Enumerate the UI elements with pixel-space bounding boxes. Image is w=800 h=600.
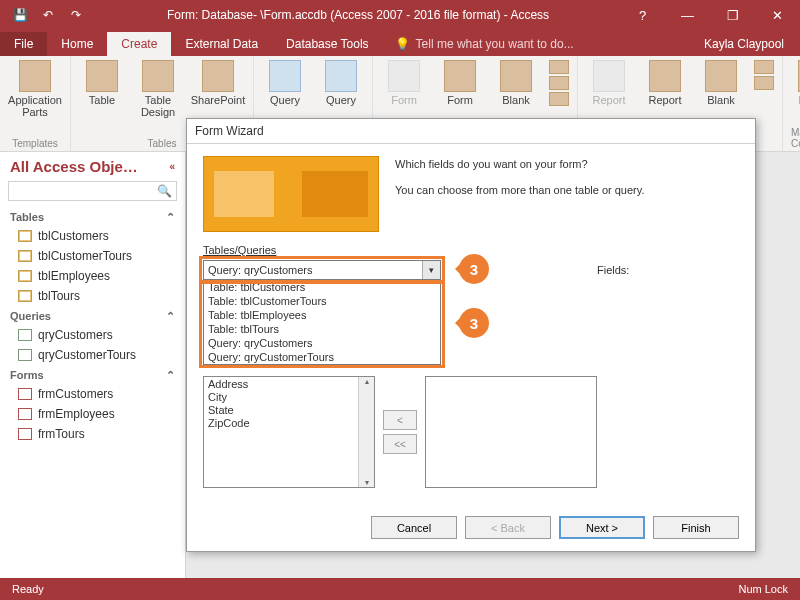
nav-item-frmemployees[interactable]: frmEmployees — [0, 404, 185, 424]
move-left-button[interactable]: < — [383, 410, 417, 430]
help-button[interactable]: ? — [620, 0, 665, 30]
group-label-tables: Tables — [148, 138, 177, 149]
query-wizard-icon — [269, 60, 301, 92]
title-bar: 💾 ↶ ↷ Form: Database- \Form.accdb (Acces… — [0, 0, 800, 30]
save-icon[interactable]: 💾 — [6, 3, 34, 27]
dropdown-item[interactable]: Table: tblCustomerTours — [204, 294, 440, 308]
nav-group-tables[interactable]: Tables⌃ — [0, 207, 185, 226]
dropdown-item[interactable]: Table: tblCustomers — [204, 280, 440, 294]
blank-form-button[interactable]: Blank — [493, 60, 539, 106]
query-design-button[interactable]: Query — [318, 60, 364, 106]
tab-create[interactable]: Create — [107, 32, 171, 56]
form-icon — [388, 60, 420, 92]
table-icon — [18, 250, 32, 262]
table-design-button[interactable]: Table Design — [135, 60, 181, 118]
user-name[interactable]: Kayla Claypool — [688, 32, 800, 56]
sharepoint-label: SharePoint — [191, 94, 245, 106]
nav-item-label: frmTours — [38, 427, 85, 441]
move-all-left-button[interactable]: << — [383, 434, 417, 454]
report-design-icon — [649, 60, 681, 92]
list-item[interactable]: Address — [206, 378, 372, 391]
nav-item-tblcustomers[interactable]: tblCustomers — [0, 226, 185, 246]
form-icon — [18, 408, 32, 420]
back-button[interactable]: < Back — [465, 516, 551, 539]
blank-report-icon — [705, 60, 737, 92]
list-item[interactable]: City — [206, 391, 372, 404]
application-parts-button[interactable]: Application Parts — [8, 60, 62, 118]
scrollbar[interactable]: ▴▾ — [358, 377, 374, 487]
nav-item-tblcustomertours[interactable]: tblCustomerTours — [0, 246, 185, 266]
table-button[interactable]: Table — [79, 60, 125, 106]
undo-icon[interactable]: ↶ — [34, 3, 62, 27]
tables-queries-combo[interactable]: Query: qryCustomers ▾ Table: tblCustomer… — [203, 260, 441, 280]
status-right: Num Lock — [738, 583, 788, 595]
report-more-stack[interactable] — [754, 60, 774, 90]
nav-item-qrycustomertours[interactable]: qryCustomerTours — [0, 345, 185, 365]
tab-home[interactable]: Home — [47, 32, 107, 56]
form-design-button[interactable]: Form — [437, 60, 483, 106]
available-fields-list[interactable]: Address City State ZipCode ▴▾ — [203, 376, 375, 488]
close-button[interactable]: ✕ — [755, 0, 800, 30]
minimize-button[interactable]: — — [665, 0, 710, 30]
chevron-left-icon[interactable]: « — [169, 161, 175, 172]
blank-report-button[interactable]: Blank — [698, 60, 744, 106]
next-button[interactable]: Next > — [559, 516, 645, 539]
form-icon — [18, 428, 32, 440]
table-icon — [18, 290, 32, 302]
group-label-macros: Macros & Code — [791, 127, 800, 149]
search-icon: 🔍 — [157, 184, 172, 198]
dropdown-item[interactable]: Query: qryCustomerTours — [204, 350, 440, 364]
sharepoint-lists-button[interactable]: SharePoint — [191, 60, 245, 106]
nav-search[interactable]: 🔍 — [8, 181, 177, 201]
query-wizard-button[interactable]: Query — [262, 60, 308, 106]
redo-icon[interactable]: ↷ — [62, 3, 90, 27]
callout-bubble-2: 3 — [459, 308, 489, 338]
dropdown-item[interactable]: Table: tblEmployees — [204, 308, 440, 322]
nav-group-forms[interactable]: Forms⌃ — [0, 365, 185, 384]
status-bar: Ready Num Lock — [0, 578, 800, 600]
nav-item-frmtours[interactable]: frmTours — [0, 424, 185, 444]
nav-item-frmcustomers[interactable]: frmCustomers — [0, 384, 185, 404]
tab-external-data[interactable]: External Data — [171, 32, 272, 56]
nav-item-tblemployees[interactable]: tblEmployees — [0, 266, 185, 286]
form-design-label: Form — [447, 94, 473, 106]
navigation-pane: All Access Obje… « 🔍 Tables⌃ tblCustomer… — [0, 152, 186, 578]
move-buttons: < << — [383, 376, 417, 488]
nav-header[interactable]: All Access Obje… « — [0, 156, 185, 181]
dropdown-item[interactable]: Table: tblTours — [204, 322, 440, 336]
tab-file[interactable]: File — [0, 32, 47, 56]
finish-button[interactable]: Finish — [653, 516, 739, 539]
form-design-icon — [444, 60, 476, 92]
nav-item-label: tblCustomerTours — [38, 249, 132, 263]
tell-me-text: Tell me what you want to do... — [416, 37, 574, 51]
report-button[interactable]: Report — [586, 60, 632, 106]
nav-group-queries[interactable]: Queries⌃ — [0, 306, 185, 325]
nav-item-tbltours[interactable]: tblTours — [0, 286, 185, 306]
selected-fields-list[interactable] — [425, 376, 597, 488]
nav-item-label: tblTours — [38, 289, 80, 303]
form-more-stack[interactable] — [549, 60, 569, 106]
form-button[interactable]: Form — [381, 60, 427, 106]
window-controls: ? — ❐ ✕ — [620, 0, 800, 30]
nav-item-label: qryCustomers — [38, 328, 113, 342]
chevron-up-icon: ⌃ — [166, 211, 175, 224]
report-design-button[interactable]: Report — [642, 60, 688, 106]
application-parts-label: Application Parts — [8, 94, 62, 118]
macro-button[interactable]: Macro — [791, 60, 800, 106]
list-item[interactable]: State — [206, 404, 372, 417]
sharepoint-icon — [202, 60, 234, 92]
group-macros: Macro Macros & Code — [783, 56, 800, 151]
blank-report-label: Blank — [707, 94, 735, 106]
chevron-up-icon: ⌃ — [166, 369, 175, 382]
blank-form-icon — [500, 60, 532, 92]
cancel-button[interactable]: Cancel — [371, 516, 457, 539]
chevron-down-icon[interactable]: ▾ — [422, 261, 440, 279]
tell-me[interactable]: 💡 Tell me what you want to do... — [383, 32, 586, 56]
dropdown-item[interactable]: Query: qryCustomers — [204, 336, 440, 350]
combo-value: Query: qryCustomers — [204, 264, 422, 276]
wizard-buttons: Cancel < Back Next > Finish — [371, 516, 739, 539]
list-item[interactable]: ZipCode — [206, 417, 372, 430]
nav-item-qrycustomers[interactable]: qryCustomers — [0, 325, 185, 345]
restore-button[interactable]: ❐ — [710, 0, 755, 30]
tab-database-tools[interactable]: Database Tools — [272, 32, 383, 56]
